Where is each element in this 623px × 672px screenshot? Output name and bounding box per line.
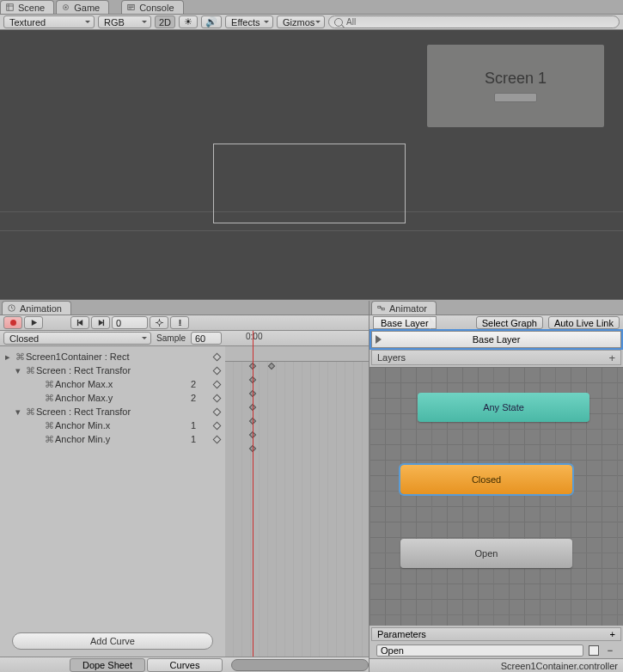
- canvas-outline[interactable]: [213, 144, 406, 223]
- property-row[interactable]: ▸⌘Screen1Container : Rect: [0, 350, 225, 363]
- key-indicator[interactable]: [211, 395, 222, 401]
- property-row[interactable]: ⌘Anchor Min.y1: [0, 432, 225, 446]
- clock-icon: [8, 304, 17, 314]
- keyframe[interactable]: [268, 363, 275, 370]
- property-row[interactable]: ⌘Anchor Max.y2: [0, 391, 225, 405]
- property-list: ▸⌘Screen1Container : Rect▾⌘Screen : Rect…: [0, 346, 225, 626]
- add-keyframe-button[interactable]: [150, 316, 168, 329]
- tab-animator-label: Animator: [389, 303, 427, 314]
- property-row[interactable]: ▾⌘Screen : Rect Transfor: [0, 405, 225, 418]
- property-value[interactable]: 1: [189, 420, 211, 431]
- key-indicator[interactable]: [211, 354, 222, 360]
- parameters-label: Parameters: [377, 629, 426, 639]
- animation-bottom-tabs: Dope Sheet Curves: [0, 657, 369, 672]
- auto-live-link-button[interactable]: Auto Live Link: [548, 316, 620, 329]
- scene-view[interactable]: Screen 1: [0, 30, 623, 300]
- render-channel-dropdown[interactable]: RGB: [98, 15, 151, 28]
- property-value[interactable]: 2: [189, 393, 211, 403]
- clip-name: Closed: [9, 333, 39, 344]
- 2d-toggle-button[interactable]: 2D: [155, 15, 175, 28]
- tab-animator[interactable]: Animator: [371, 301, 437, 315]
- state-closed[interactable]: Closed: [400, 465, 572, 494]
- key-indicator[interactable]: [211, 368, 222, 374]
- tab-scene[interactable]: Scene: [0, 0, 54, 14]
- record-button[interactable]: [3, 316, 22, 329]
- animator-graph[interactable]: Any State Closed Open: [370, 367, 623, 626]
- expand-arrow-icon[interactable]: ▾: [15, 406, 24, 418]
- effects-dropdown[interactable]: Effects: [225, 15, 273, 28]
- property-icon: ⌘: [43, 379, 55, 390]
- shading-mode-dropdown[interactable]: Textured: [3, 15, 95, 28]
- remove-parameter-button[interactable]: −: [604, 645, 616, 656]
- play-icon: [376, 335, 386, 344]
- key-indicator[interactable]: [211, 437, 222, 443]
- frame-value: 0: [116, 318, 121, 328]
- tab-animation[interactable]: Animation: [2, 301, 71, 315]
- property-row[interactable]: ⌘Anchor Min.x1: [0, 418, 225, 432]
- screen1-panel[interactable]: Screen 1: [427, 45, 604, 127]
- property-value[interactable]: 2: [189, 379, 211, 389]
- property-value[interactable]: 1: [189, 434, 211, 444]
- audio-toggle-button[interactable]: 🔊: [201, 15, 222, 28]
- clip-dropdown[interactable]: Closed: [3, 332, 151, 345]
- add-parameter-button[interactable]: +: [610, 629, 615, 639]
- frame-field[interactable]: 0: [112, 316, 148, 329]
- parameter-bool-checkbox[interactable]: [589, 645, 599, 656]
- diamond-icon: [212, 421, 221, 430]
- scene-tab-bar: Scene Game Console: [0, 0, 623, 15]
- tab-console[interactable]: Console: [121, 0, 183, 14]
- screen1-title: Screen 1: [485, 70, 547, 88]
- screen1-inner-button[interactable]: [494, 93, 537, 102]
- gizmos-dropdown[interactable]: Gizmos: [277, 15, 325, 28]
- property-icon: ⌘: [43, 434, 55, 445]
- layers-header[interactable]: Layers +: [371, 350, 621, 365]
- sample-field[interactable]: 60: [191, 332, 222, 345]
- parameter-name-field[interactable]: Open: [376, 645, 583, 657]
- add-event-button[interactable]: [170, 316, 189, 329]
- timeline-scrollbar[interactable]: [231, 659, 369, 671]
- select-graph-button[interactable]: Select Graph: [476, 316, 543, 329]
- key-indicator[interactable]: [211, 382, 222, 388]
- record-icon: [10, 320, 16, 326]
- curves-tab[interactable]: Curves: [147, 658, 223, 672]
- animator-toolbar: Base Layer Select Graph Auto Live Link: [370, 315, 623, 331]
- property-name: Anchor Max.y: [55, 393, 189, 403]
- lighting-toggle-button[interactable]: ☀: [179, 15, 198, 28]
- add-layer-button[interactable]: +: [608, 351, 615, 364]
- property-row[interactable]: ▾⌘Screen : Rect Transfor: [0, 363, 225, 377]
- next-key-button[interactable]: [91, 316, 110, 329]
- property-row[interactable]: ⌘Anchor Max.x2: [0, 377, 225, 391]
- animation-panel: Animation 0 Closed Sample 60 ▸⌘Screen1Co…: [0, 301, 370, 672]
- svg-rect-0: [7, 3, 14, 10]
- animator-icon: [377, 304, 387, 314]
- search-icon: [334, 18, 343, 27]
- key-indicator[interactable]: [211, 423, 222, 429]
- playhead[interactable]: [253, 331, 253, 657]
- timeline-ruler[interactable]: 0:00: [225, 331, 369, 346]
- expand-arrow-icon[interactable]: ▾: [15, 365, 24, 376]
- svg-rect-7: [156, 321, 161, 325]
- breadcrumb[interactable]: Base Layer: [373, 316, 437, 329]
- property-name: Anchor Max.x: [55, 379, 189, 389]
- effects-label: Effects: [231, 17, 260, 27]
- key-indicator[interactable]: [211, 409, 222, 415]
- dopesheet-area[interactable]: 0:00: [225, 331, 369, 657]
- add-curve-button[interactable]: Add Curve: [12, 632, 213, 650]
- animation-toolbar: 0: [0, 315, 369, 331]
- state-any[interactable]: Any State: [418, 393, 589, 422]
- animator-panel: Animator Base Layer Select Graph Auto Li…: [370, 301, 623, 672]
- state-open[interactable]: Open: [400, 539, 572, 568]
- tab-scene-label: Scene: [18, 3, 45, 13]
- play-button[interactable]: [24, 316, 43, 329]
- dopesheet-tab[interactable]: Dope Sheet: [70, 658, 145, 672]
- property-icon: ⌘: [24, 365, 36, 376]
- scene-search-input[interactable]: All: [328, 15, 620, 28]
- status-text: Screen1Container.controller: [501, 661, 618, 671]
- parameters-header[interactable]: Parameters +: [371, 627, 621, 641]
- expand-arrow-icon[interactable]: ▸: [5, 351, 14, 363]
- layers-label: Layers: [377, 352, 406, 363]
- prev-key-button[interactable]: [70, 316, 89, 329]
- tab-game[interactable]: Game: [56, 0, 109, 14]
- diamond-icon: [212, 407, 221, 416]
- base-layer-button[interactable]: Base Layer: [371, 331, 621, 348]
